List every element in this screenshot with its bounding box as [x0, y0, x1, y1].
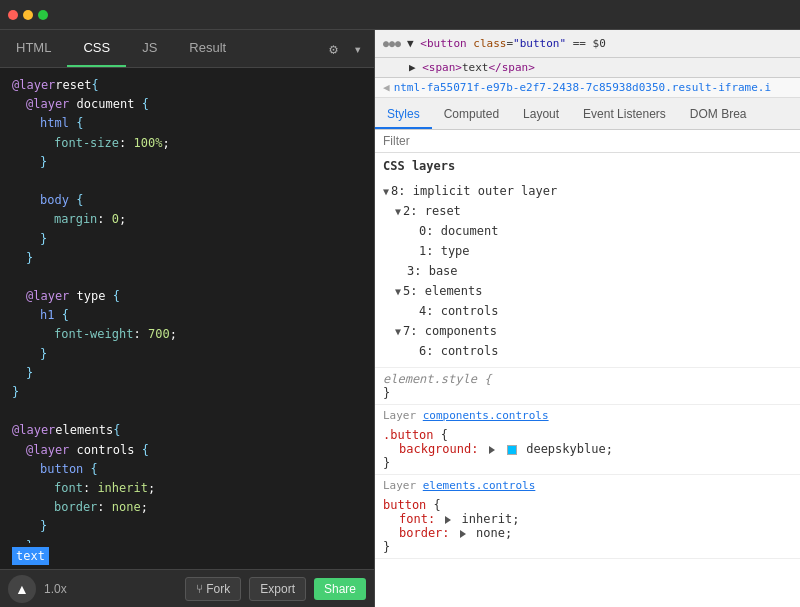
rule-prop-border: border: none; — [383, 526, 792, 540]
tree-item-outer[interactable]: ▼ 8: implicit outer layer — [383, 181, 792, 201]
breadcrumb-val: "button" — [513, 37, 566, 50]
breadcrumb-attr: class — [473, 37, 506, 50]
layer-link-components[interactable]: components.controls — [423, 409, 549, 422]
chevron-down-icon[interactable]: ▾ — [350, 37, 366, 61]
up-button[interactable]: ▲ — [8, 575, 36, 603]
tab-layout[interactable]: Layout — [511, 101, 571, 129]
rule-close-button-class: } — [383, 456, 792, 470]
code-line — [0, 402, 374, 421]
tree-label: 7: components — [403, 322, 497, 340]
layer-label-components: Layer components.controls — [375, 405, 800, 424]
tree-label: 4: controls — [419, 302, 498, 320]
code-line: } — [0, 517, 374, 536]
export-button[interactable]: Export — [249, 577, 306, 601]
tree-item-document: 0: document — [383, 221, 792, 241]
css-content[interactable]: CSS layers ▼ 8: implicit outer layer ▼ 2… — [375, 153, 800, 607]
prop-value-deepskyblue: deepskyblue; — [526, 442, 613, 456]
rule-close: } — [383, 386, 792, 400]
share-button[interactable]: Share — [314, 578, 366, 600]
code-line: } — [0, 345, 374, 364]
breadcrumb-child-text: text — [462, 61, 489, 74]
code-line: font: inherit; — [0, 479, 374, 498]
breadcrumb-child-tag: <span> — [422, 61, 462, 74]
prop-name-border: border: — [399, 526, 450, 540]
tree-label: 1: type — [419, 242, 470, 260]
tree-item-components[interactable]: ▼ 7: components — [383, 321, 792, 341]
settings-icon[interactable]: ⚙ — [325, 37, 341, 61]
prop-name-font: font: — [399, 512, 435, 526]
devtools-breadcrumb: ▼ <button class="button" == $0 — [407, 37, 606, 50]
tree-label: 5: elements — [403, 282, 482, 300]
zoom-level: 1.0x — [44, 582, 67, 596]
code-line: body { — [0, 191, 374, 210]
rule-button-class: .button { background: deepskyblue; } — [375, 424, 800, 475]
code-line: @layer controls { — [0, 441, 374, 460]
code-area[interactable]: @layer reset { @layer document { html { … — [0, 68, 374, 543]
close-dot[interactable] — [8, 10, 18, 20]
css-layers-section: CSS layers ▼ 8: implicit outer layer ▼ 2… — [375, 153, 800, 368]
tab-html[interactable]: HTML — [0, 30, 67, 67]
code-line: @layer type { — [0, 287, 374, 306]
left-panel: HTML CSS JS Result ⚙ ▾ @layer reset { @l… — [0, 30, 375, 607]
tree-item-type: 1: type — [383, 241, 792, 261]
breadcrumb-pseudo: == $0 — [573, 37, 606, 50]
devtools-topbar: ●●● ▼ <button class="button" == $0 — [375, 30, 800, 58]
maximize-dot[interactable] — [38, 10, 48, 20]
tab-computed[interactable]: Computed — [432, 101, 511, 129]
breadcrumb-expand: ▼ — [407, 37, 420, 50]
tree-label: 2: reset — [403, 202, 461, 220]
minimize-dot[interactable] — [23, 10, 33, 20]
color-swatch[interactable] — [507, 445, 517, 455]
breadcrumb-child-close: </span> — [489, 61, 535, 74]
main-container: HTML CSS JS Result ⚙ ▾ @layer reset { @l… — [0, 30, 800, 607]
rule-prop-background: background: deepskyblue; — [383, 442, 792, 456]
code-line: font-size: 100%; — [0, 134, 374, 153]
right-panel: ●●● ▼ <button class="button" == $0 ▶ <sp… — [375, 30, 800, 607]
prop-font-arrow[interactable] — [445, 516, 451, 524]
filter-input[interactable] — [383, 134, 792, 148]
bottom-bar: ▲ 1.0x ⑂ Fork Export Share — [0, 569, 374, 607]
tab-css[interactable]: CSS — [67, 30, 126, 67]
window-controls — [8, 10, 48, 20]
devtools-path: ◀ ntml-fa55071f-e97b-e2f7-2438-7c85938d0… — [375, 78, 800, 98]
tree-label: 8: implicit outer layer — [391, 182, 557, 200]
rule-element-style: element.style { } — [375, 368, 800, 405]
css-layers-header: CSS layers — [375, 153, 800, 179]
tab-styles[interactable]: Styles — [375, 101, 432, 129]
code-line: @layer reset { — [0, 76, 374, 95]
tab-event-listeners[interactable]: Event Listeners — [571, 101, 678, 129]
editor-tabs: HTML CSS JS Result ⚙ ▾ — [0, 30, 374, 68]
prop-value-arrow[interactable] — [489, 446, 495, 454]
tab-icons: ⚙ ▾ — [325, 37, 374, 61]
tree-arrow-icon[interactable]: ▼ — [383, 184, 389, 199]
layer-tree: ▼ 8: implicit outer layer ▼ 2: reset 0: … — [375, 179, 800, 367]
path-arrow-left[interactable]: ◀ — [383, 81, 390, 94]
code-line: border: none; — [0, 498, 374, 517]
selector-button-name: button — [383, 498, 426, 512]
prop-border-arrow[interactable] — [460, 530, 466, 538]
tab-dom-brea[interactable]: DOM Brea — [678, 101, 759, 129]
fork-button[interactable]: ⑂ Fork — [185, 577, 241, 601]
tree-arrow-icon[interactable]: ▼ — [395, 284, 401, 299]
tree-item-elements[interactable]: ▼ 5: elements — [383, 281, 792, 301]
tree-arrow-icon[interactable]: ▼ — [395, 204, 401, 219]
code-line: } — [0, 383, 374, 402]
path-link[interactable]: ntml-fa55071f-e97b-e2f7-2438-7c85938d035… — [394, 81, 772, 94]
tab-result[interactable]: Result — [173, 30, 242, 67]
tab-js[interactable]: JS — [126, 30, 173, 67]
layer-link-elements[interactable]: elements.controls — [423, 479, 536, 492]
code-line: } — [0, 153, 374, 172]
element-style-selector: element.style { — [383, 372, 491, 386]
tree-label: 0: document — [419, 222, 498, 240]
text-highlight: text — [12, 547, 49, 565]
tree-arrow-icon[interactable]: ▼ — [395, 324, 401, 339]
code-line: html { — [0, 114, 374, 133]
close-brace: } — [383, 456, 390, 470]
devtools-tabs: Styles Computed Layout Event Listeners D… — [375, 98, 800, 130]
tree-item-reset[interactable]: ▼ 2: reset — [383, 201, 792, 221]
rule-selector: element.style { — [383, 372, 792, 386]
prop-value-border: none; — [476, 526, 512, 540]
rule-close-brace: } — [383, 386, 390, 400]
tree-item-controls-comp: 6: controls — [383, 341, 792, 361]
prop-name-background: background: — [399, 442, 478, 456]
